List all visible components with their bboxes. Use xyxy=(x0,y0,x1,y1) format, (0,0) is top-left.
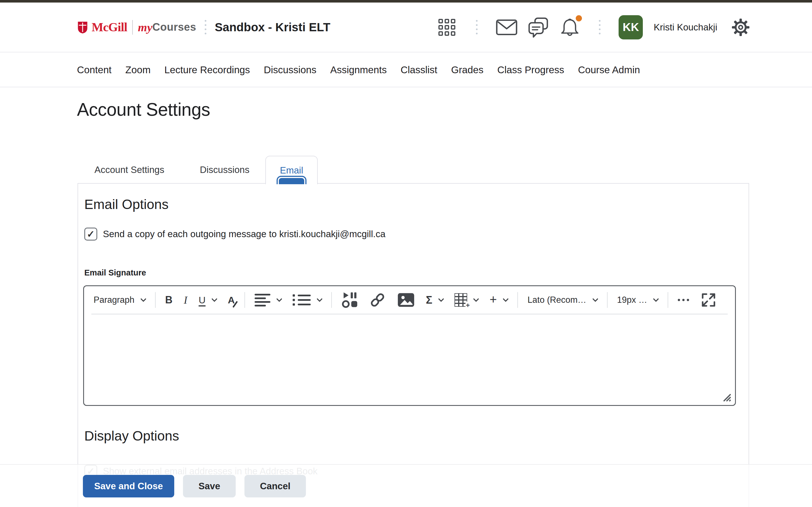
resize-handle[interactable] xyxy=(722,393,732,403)
brand-my: my xyxy=(138,20,152,34)
notifications-bell-icon[interactable] xyxy=(559,16,581,38)
brand-divider xyxy=(132,20,133,35)
send-copy-checkbox[interactable]: ✓ xyxy=(84,228,97,240)
toolbar-divider xyxy=(517,292,518,308)
cancel-button[interactable]: Cancel xyxy=(245,475,306,497)
ellipsis-icon xyxy=(678,299,689,301)
fullscreen-icon xyxy=(700,292,717,308)
brand-logo[interactable]: McGill my Courses xyxy=(77,20,196,35)
active-tab-indicator xyxy=(276,176,306,184)
image-icon xyxy=(397,292,415,308)
nav-item-zoom[interactable]: Zoom xyxy=(125,64,151,75)
bold-button[interactable]: B xyxy=(160,290,178,310)
gear-icon[interactable] xyxy=(730,16,752,38)
insert-stuff-button[interactable] xyxy=(336,290,363,310)
table-dropdown[interactable]: + xyxy=(449,290,484,310)
nav-item-discussions[interactable]: Discussions xyxy=(264,64,317,75)
email-settings-panel: Email Options ✓ Send a copy of each outg… xyxy=(78,183,749,507)
header-actions: KK Kristi Kouchakji xyxy=(436,15,752,40)
nav-item-classlist[interactable]: Classlist xyxy=(401,64,437,75)
page-title: Account Settings xyxy=(77,99,210,120)
toolbar-overflow-button[interactable] xyxy=(672,290,695,310)
insert-image-button[interactable] xyxy=(392,290,420,310)
chevron-down-icon xyxy=(211,296,217,302)
app-switcher-icon[interactable] xyxy=(436,16,458,38)
insert-stuff-icon xyxy=(342,292,358,308)
notification-badge xyxy=(576,15,582,21)
chevron-down-icon xyxy=(653,296,659,302)
equation-dropdown[interactable]: Σ xyxy=(420,290,449,310)
chevron-down-icon xyxy=(276,296,282,302)
sticky-footer: Save and Close Save Cancel xyxy=(0,464,812,507)
settings-tabs: Account Settings Discussions Email xyxy=(78,155,318,184)
checkmark-icon: ✓ xyxy=(87,229,95,239)
sigma-icon: Σ xyxy=(426,294,433,306)
header-dotted-divider-3 xyxy=(599,20,601,34)
font-family-label: Lato (Recom… xyxy=(527,295,586,305)
nav-item-lecture-recordings[interactable]: Lecture Recordings xyxy=(164,64,250,75)
top-accent-bar xyxy=(0,0,812,3)
send-copy-label: Send a copy of each outgoing message to … xyxy=(103,229,386,239)
toolbar-divider xyxy=(155,292,156,308)
user-name[interactable]: Kristi Kouchakji xyxy=(654,22,717,33)
font-size-label: 19px … xyxy=(617,295,647,305)
alignment-dropdown[interactable] xyxy=(249,290,287,310)
nav-item-content[interactable]: Content xyxy=(77,64,112,75)
chevron-down-icon xyxy=(473,296,479,302)
table-icon: + xyxy=(455,293,467,307)
chevron-down-icon xyxy=(592,296,598,302)
nav-item-grades[interactable]: Grades xyxy=(451,64,484,75)
toolbar-divider xyxy=(331,292,332,308)
footer-buttons: Save and Close Save Cancel xyxy=(83,475,306,497)
brand-mcgill-wordmark: McGill xyxy=(92,20,127,34)
list-dropdown[interactable] xyxy=(287,290,327,310)
table-plus-icon: + xyxy=(465,302,470,309)
font-size-dropdown[interactable]: 19px … xyxy=(612,290,664,310)
bold-icon: B xyxy=(165,294,172,306)
toolbar-divider xyxy=(245,292,245,308)
brand-courses: Courses xyxy=(152,21,196,33)
app-header: McGill my Courses Sandbox - Kristi ELT xyxy=(0,3,812,52)
page: McGill my Courses Sandbox - Kristi ELT xyxy=(0,0,812,507)
save-and-close-button[interactable]: Save and Close xyxy=(83,475,174,497)
nav-item-class-progress[interactable]: Class Progress xyxy=(497,64,564,75)
link-icon xyxy=(369,291,386,308)
fullscreen-button[interactable] xyxy=(695,290,718,310)
plus-icon: + xyxy=(490,292,497,306)
tab-email[interactable]: Email xyxy=(265,156,318,184)
font-color-icon: A xyxy=(228,295,235,305)
chat-icon[interactable] xyxy=(527,16,549,38)
nav-item-course-admin[interactable]: Course Admin xyxy=(578,64,640,75)
nav-item-assignments[interactable]: Assignments xyxy=(330,64,387,75)
insert-more-dropdown[interactable]: + xyxy=(484,290,513,310)
header-dotted-divider xyxy=(205,20,206,34)
mcgill-crest-icon xyxy=(77,20,88,34)
bullet-list-icon xyxy=(293,294,311,305)
email-signature-label: Email Signature xyxy=(84,268,146,277)
tab-account-settings[interactable]: Account Settings xyxy=(85,156,174,184)
toolbar-divider xyxy=(607,292,608,308)
header-dotted-divider-2 xyxy=(476,20,477,34)
waffle-grid-icon xyxy=(439,19,455,36)
email-options-heading: Email Options xyxy=(84,196,168,212)
editor-toolbar: Paragraph B I U A xyxy=(84,286,735,314)
underline-icon: U xyxy=(199,295,206,305)
insert-link-button[interactable] xyxy=(363,290,392,310)
signature-editor-body[interactable] xyxy=(84,314,735,405)
italic-icon: I xyxy=(184,294,188,306)
email-icon[interactable] xyxy=(496,16,518,38)
font-color-button[interactable]: A xyxy=(222,290,241,310)
font-family-dropdown[interactable]: Lato (Recom… xyxy=(522,290,603,310)
paragraph-format-dropdown[interactable]: Paragraph xyxy=(91,290,151,310)
tab-email-label: Email xyxy=(280,165,303,176)
chevron-down-icon xyxy=(316,296,322,302)
chevron-down-icon xyxy=(140,296,146,302)
avatar[interactable]: KK xyxy=(619,15,643,40)
course-navbar: Content Zoom Lecture Recordings Discussi… xyxy=(0,53,812,87)
tab-discussions[interactable]: Discussions xyxy=(190,156,259,184)
underline-dropdown[interactable]: U xyxy=(193,290,222,310)
align-left-icon xyxy=(255,294,270,306)
paragraph-format-label: Paragraph xyxy=(94,295,135,305)
italic-button[interactable]: I xyxy=(178,290,193,310)
save-button[interactable]: Save xyxy=(183,475,236,497)
